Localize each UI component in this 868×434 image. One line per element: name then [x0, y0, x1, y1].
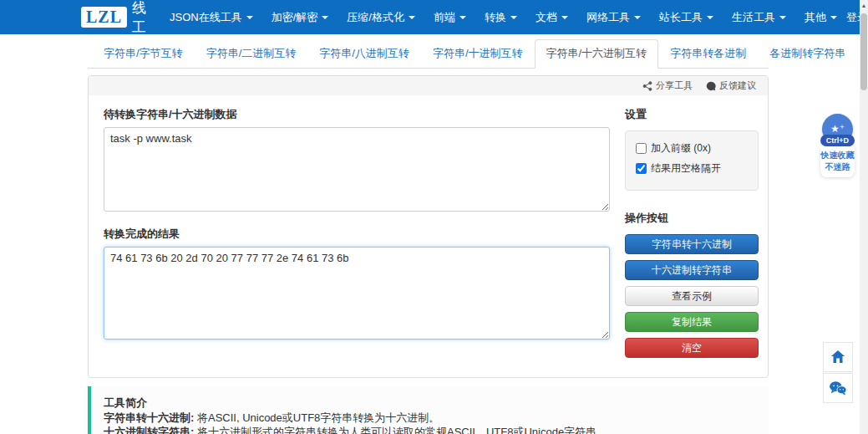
wechat-button[interactable]: [823, 373, 853, 403]
home-icon: [830, 349, 846, 365]
prefix-checkbox-row[interactable]: 加入前缀 (0x): [636, 141, 748, 156]
nav-item-webmaster-tools[interactable]: 站长工具: [650, 0, 723, 34]
scroll-up-arrow[interactable]: ▲: [860, 0, 868, 12]
nav-item-network-tools[interactable]: 网络工具: [577, 0, 650, 34]
nav-menu: JSON在线工具 加密/解密 压缩/格式化 前端 转换 文档 网络工具 站长工具…: [160, 0, 846, 34]
tab-string-binary[interactable]: 字符串/二进制互转: [195, 39, 308, 69]
wechat-icon: [829, 380, 847, 396]
hex-to-string-button[interactable]: 十六进制转字符串: [625, 260, 759, 280]
sidebar-controls: 设置 加入前缀 (0x) 结果用空格隔开 操作按钮 字符串转十六进制 十六进制转…: [625, 107, 759, 364]
nav-item-life-tools[interactable]: 生活工具: [723, 0, 795, 34]
caret-down-icon: [830, 16, 837, 19]
nav-item-convert[interactable]: 转换: [475, 0, 526, 34]
settings-box: 加入前缀 (0x) 结果用空格隔开: [625, 130, 759, 191]
ctrl-d-badge: Ctrl+D: [820, 135, 855, 146]
converter-form: 待转换字符串/十六进制数据 task -p www.task 转换完成的结果 7…: [104, 107, 610, 364]
bookmark-ctrl-d-widget[interactable]: ★⁺ Ctrl+D 快速收藏 不迷路: [820, 114, 855, 177]
string-to-hex-button[interactable]: 字符串转十六进制: [625, 234, 759, 254]
floating-side-buttons: [823, 342, 853, 403]
tab-string-to-bases[interactable]: 字符串转各进制: [658, 39, 758, 69]
prefix-0x-checkbox[interactable]: [636, 143, 647, 154]
input-label: 待转换字符串/十六进制数据: [104, 107, 610, 122]
space-separator-checkbox-row[interactable]: 结果用空格隔开: [636, 161, 748, 176]
actions-title: 操作按钮: [625, 211, 759, 226]
caret-down-icon: [779, 16, 786, 19]
nav-item-json-tools[interactable]: JSON在线工具: [160, 0, 262, 34]
space-checkbox-label: 结果用空格隔开: [651, 161, 721, 176]
nav-item-compress-format[interactable]: 压缩/格式化: [338, 0, 424, 34]
caret-down-icon: [561, 16, 568, 19]
intro-line-2: 十六进制转字符串: 将十六进制形式的字符串转换为人类可以读取的常规ASCII、U…: [104, 426, 756, 434]
tab-string-decimal[interactable]: 字符串/十进制互转: [421, 39, 535, 69]
feedback-button[interactable]: 反馈建议: [706, 79, 756, 92]
intro-title: 工具简介: [104, 396, 147, 409]
panel-header: 分享工具 反馈建议: [89, 76, 768, 95]
nav-item-frontend[interactable]: 前端: [424, 0, 475, 34]
nav-item-encrypt-decrypt[interactable]: 加密/解密: [262, 0, 338, 34]
share-icon: [642, 81, 652, 91]
share-tool-button[interactable]: 分享工具: [642, 79, 693, 92]
caret-down-icon: [634, 16, 641, 19]
tool-intro-section: 工具简介 字符串转十六进制: 将ASCII, Unicode或UTF8字符串转换…: [88, 386, 769, 434]
top-navbar: LZL 在线工具 JSON在线工具 加密/解密 压缩/格式化 前端 转换 文档 …: [0, 0, 868, 34]
tab-string-hex-active[interactable]: 字符串/十六进制互转: [535, 39, 659, 69]
home-button[interactable]: [823, 342, 853, 372]
tab-bases-to-string[interactable]: 各进制转字符串: [758, 39, 857, 69]
panel-body: 待转换字符串/十六进制数据 task -p www.task 转换完成的结果 7…: [89, 95, 768, 377]
result-textarea[interactable]: 74 61 73 6b 20 2d 70 20 77 77 77 2e 74 6…: [104, 247, 610, 340]
scrollbar-thumb[interactable]: [860, 13, 867, 90]
logo-lzl: LZL: [81, 7, 127, 28]
caret-down-icon: [510, 16, 517, 19]
feedback-icon: [706, 81, 716, 91]
view-example-button[interactable]: 查看示例: [625, 286, 759, 306]
clear-button[interactable]: 清空: [625, 338, 759, 358]
intro-line-1: 字符串转十六进制: 将ASCII, Unicode或UTF8字符串转换为十六进制…: [104, 411, 756, 426]
tab-string-octal[interactable]: 字符串/八进制互转: [307, 39, 421, 69]
page: LZL 在线工具 JSON在线工具 加密/解密 压缩/格式化 前端 转换 文档 …: [0, 0, 868, 434]
output-label: 转换完成的结果: [104, 227, 610, 242]
copy-result-button[interactable]: 复制结果: [625, 312, 759, 332]
bookmark-hint: 快速收藏 不迷路: [820, 146, 855, 177]
caret-down-icon: [322, 16, 328, 19]
source-textarea[interactable]: task -p www.task: [104, 127, 610, 212]
prefix-checkbox-label: 加入前缀 (0x): [651, 141, 711, 156]
space-separator-checkbox[interactable]: [636, 163, 647, 174]
page-scrollbar[interactable]: ▲: [860, 0, 868, 434]
converter-panel: 分享工具 反馈建议 待转换字符串/十六进制数据 task -p www.task…: [88, 75, 769, 378]
caret-down-icon: [707, 16, 713, 19]
settings-title: 设置: [625, 107, 759, 122]
caret-down-icon: [246, 16, 253, 19]
caret-down-icon: [409, 16, 415, 19]
caret-down-icon: [459, 16, 466, 19]
nav-item-document[interactable]: 文档: [526, 0, 577, 34]
tab-string-byte[interactable]: 字符串/字节互转: [92, 39, 195, 69]
nav-item-others[interactable]: 其他: [795, 0, 846, 34]
tool-tabs: 字符串/字节互转 字符串/二进制互转 字符串/八进制互转 字符串/十进制互转 字…: [88, 39, 769, 69]
